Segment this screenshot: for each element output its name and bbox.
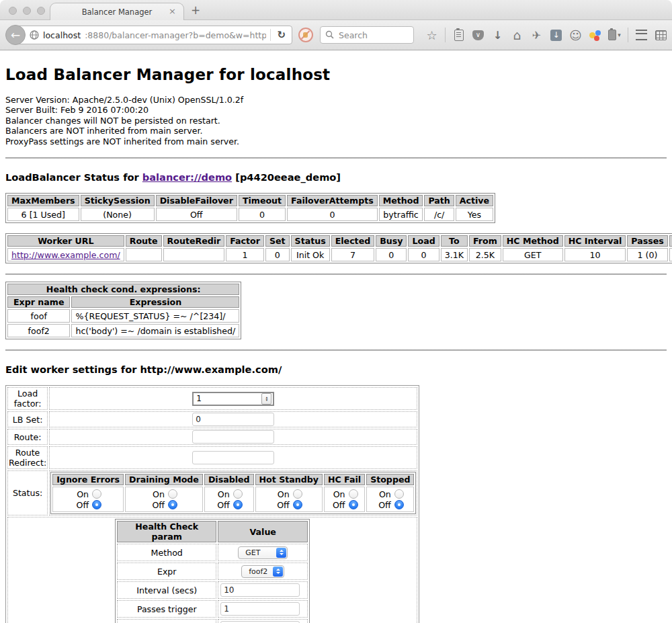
minimize-window-button[interactable] xyxy=(23,7,31,15)
clipboard-icon xyxy=(454,30,464,41)
table-cell: foof xyxy=(7,309,70,323)
reload-button[interactable]: ↻ xyxy=(275,29,288,41)
expr-header-cell: Expression xyxy=(71,296,239,308)
load-factor-label: Load factor: xyxy=(7,387,48,410)
radio-off-selected[interactable] xyxy=(233,500,243,509)
method-select[interactable]: GET xyxy=(238,546,288,559)
new-tab-button[interactable]: + xyxy=(191,3,200,17)
balancer-header-cell: MaxMembers xyxy=(7,195,79,206)
radio-on[interactable] xyxy=(168,489,177,499)
lb-set-label: LB Set: xyxy=(7,411,48,427)
radio-on[interactable] xyxy=(92,489,101,499)
back-button[interactable]: ← xyxy=(5,25,26,45)
form-row-status: Status: Ignore ErrorsDraining ModeDisabl… xyxy=(7,470,417,515)
grid-icon xyxy=(655,30,667,40)
reading-list-icon[interactable] xyxy=(449,25,468,45)
radio-off-selected[interactable] xyxy=(293,500,302,509)
hamburger-lines-icon xyxy=(636,30,647,40)
home-icon[interactable]: ⌂ xyxy=(507,25,527,45)
table-cell: Yes xyxy=(456,208,493,221)
search-input[interactable] xyxy=(337,30,409,41)
form-row-health-check: Health Check paramValue Method GET Expr xyxy=(7,517,417,623)
expr-body: foof%{REQUEST_STATUS} =~ /^[234]/foof2hc… xyxy=(7,309,239,337)
table-cell: 1 xyxy=(226,248,264,261)
method-label: Method xyxy=(117,544,216,561)
passes-input[interactable] xyxy=(220,602,300,616)
worker-url-link[interactable]: http://www.example.com/ xyxy=(11,250,120,260)
close-window-button[interactable] xyxy=(9,7,17,15)
session-clipboard-icon[interactable]: ▾ xyxy=(605,25,624,45)
table-cell: 3.1K xyxy=(441,248,468,261)
lb-set-input[interactable] xyxy=(192,413,274,426)
route-input[interactable] xyxy=(192,430,274,444)
bookmark-star-icon[interactable]: ☆ xyxy=(422,25,442,45)
send-tab-icon[interactable]: ✈ xyxy=(527,25,546,45)
radio-on[interactable] xyxy=(293,489,302,499)
worker-header-cell: Load xyxy=(408,235,439,247)
table-cell xyxy=(163,248,225,261)
load-factor-cell: 1 ▴▾ xyxy=(49,387,417,410)
expr-title-row: Health check cond. expressions: xyxy=(7,284,239,295)
status-radio-cell: OnOff xyxy=(255,487,323,512)
url-host-text: localhost xyxy=(43,30,81,40)
table-cell: /c/ xyxy=(424,208,454,221)
table-cell: foof2 xyxy=(7,324,70,337)
radio-on[interactable] xyxy=(349,489,358,499)
pocket-icon[interactable]: ∨ xyxy=(468,25,488,45)
table-cell: 2.5K xyxy=(469,248,501,261)
lb-status-heading: LoadBalancer Status for balancer://demo … xyxy=(5,171,667,183)
stepper-down-icon[interactable]: ▾ xyxy=(265,399,267,401)
table-cell: 7 xyxy=(331,248,375,261)
interval-input[interactable] xyxy=(220,583,300,597)
table-cell: 6 [1 Used] xyxy=(7,208,79,221)
worker-header-cell: HC Method xyxy=(503,235,563,247)
radio-off-selected[interactable] xyxy=(349,500,358,509)
table-cell: 0 xyxy=(287,208,378,221)
expr-select[interactable]: foof2 xyxy=(241,565,284,578)
colored-dots-icon xyxy=(589,30,601,41)
save-page-icon[interactable]: ↓ xyxy=(546,25,566,45)
radio-label: On xyxy=(331,489,345,499)
divider xyxy=(5,274,667,275)
radio-off-selected[interactable] xyxy=(92,500,101,509)
clipboard-filled-icon xyxy=(608,30,616,40)
hello-smiley-icon[interactable]: ☺ xyxy=(566,25,585,45)
radio-on[interactable] xyxy=(233,489,243,499)
content-blocked-icon[interactable] xyxy=(298,28,313,42)
table-cell xyxy=(126,248,162,261)
method-selected-value: GET xyxy=(245,548,260,557)
route-redirect-input[interactable] xyxy=(192,451,274,464)
tab-close-icon[interactable]: × xyxy=(169,6,176,17)
form-row-route-redirect: Route Redirect: xyxy=(7,446,417,469)
radio-label: Off xyxy=(151,500,165,510)
route-redirect-cell xyxy=(49,446,417,469)
server-info: Server Version: Apache/2.5.0-dev (Unix) … xyxy=(5,95,667,147)
expressions-table: Health check cond. expressions: Expr nam… xyxy=(5,282,241,339)
menu-hamburger-icon[interactable] xyxy=(632,25,651,45)
zoom-window-button[interactable] xyxy=(37,7,45,15)
tiles-grid-icon[interactable] xyxy=(651,25,671,45)
number-stepper-icon[interactable]: ▴▾ xyxy=(261,393,271,405)
radio-off-selected[interactable] xyxy=(168,500,177,509)
radio-on[interactable] xyxy=(394,489,404,499)
browser-tab[interactable]: Balancer Manager × xyxy=(50,3,184,20)
balancer-header-cell: DisableFailover xyxy=(156,195,237,206)
globe-icon xyxy=(30,30,39,40)
table-cell: Init Ok xyxy=(291,248,330,261)
url-bar[interactable]: localhost:8880/balancer-manager?b=demo&w… xyxy=(15,26,292,44)
extension-dots-icon[interactable] xyxy=(585,25,605,45)
worker-status-table: Worker URLRouteRouteRedirFactorSetStatus… xyxy=(5,233,672,263)
tab-title: Balancer Manager xyxy=(82,7,153,17)
search-box[interactable] xyxy=(320,26,414,44)
load-factor-input[interactable]: 1 ▴▾ xyxy=(192,392,274,406)
radio-label: Off xyxy=(75,500,89,510)
balancer-demo-link[interactable]: balancer://demo xyxy=(142,171,232,183)
status-radio-cell: OnOff xyxy=(204,487,254,512)
table-row: http://www.example.com/10Init Ok7003.1K2… xyxy=(7,248,672,261)
downloads-icon[interactable]: ↓ xyxy=(488,25,507,45)
edit-worker-form: Load factor: 1 ▴▾ LB Set: Route: xyxy=(5,385,419,623)
status-radio-row: OnOffOnOffOnOffOnOffOnOffOnOff xyxy=(52,487,414,512)
browser-window: Balancer Manager × + ← localhost:8880/ba… xyxy=(0,0,672,623)
worker-header-cell: Elected xyxy=(331,235,375,247)
radio-off-selected[interactable] xyxy=(394,500,404,509)
